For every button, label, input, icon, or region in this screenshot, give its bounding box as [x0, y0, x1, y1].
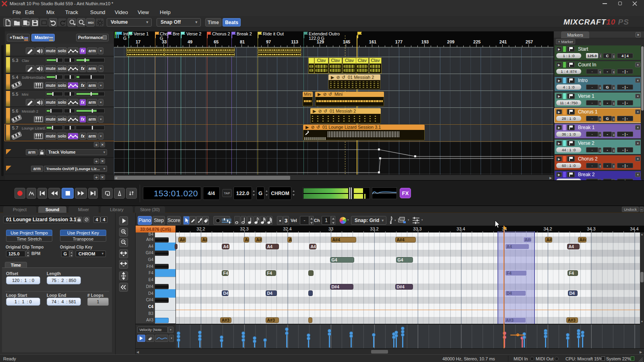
svg-text:MIDI: MIDI [88, 21, 93, 24]
